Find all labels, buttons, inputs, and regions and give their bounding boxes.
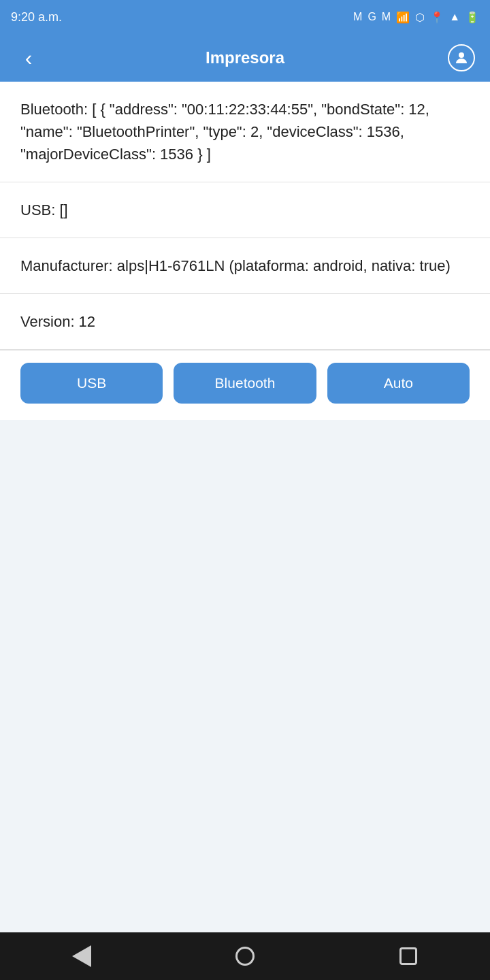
- bluetooth-action-button[interactable]: Bluetooth: [174, 363, 316, 404]
- manufacturer-info-row: Manufacturer: alps|H1-6761LN (plataforma…: [0, 238, 490, 294]
- status-time: 9:20 a.m.: [11, 10, 62, 24]
- usb-info-row: USB: []: [0, 182, 490, 238]
- version-info-row: Version: 12: [0, 294, 490, 350]
- auto-action-button[interactable]: Auto: [327, 363, 470, 404]
- back-button[interactable]: ‹: [14, 43, 44, 73]
- page-title: Impresora: [44, 48, 446, 67]
- status-icons: M G M 📶 ⬡ 📍 ▲ 🔋: [353, 11, 479, 24]
- version-info-text: Version: 12: [20, 313, 95, 330]
- nav-back-icon: [72, 945, 91, 967]
- nav-recent-icon: [399, 947, 417, 965]
- content-area: Bluetooth: [ { "address": "00:11:22:33:4…: [0, 82, 490, 420]
- profile-button[interactable]: [446, 43, 476, 73]
- bluetooth-info-text: Bluetooth: [ { "address": "00:11:22:33:4…: [20, 101, 429, 163]
- wifi-icon: ▲: [449, 11, 460, 23]
- usb-info-text: USB: []: [20, 201, 68, 218]
- nav-recent-button[interactable]: [388, 936, 429, 977]
- gray-background: [0, 420, 490, 821]
- bluetooth-info-row: Bluetooth: [ { "address": "00:11:22:33:4…: [0, 82, 490, 182]
- bluetooth-status-icon: ⬡: [415, 11, 425, 24]
- mail-icon: M: [353, 11, 362, 23]
- battery-icon: 🔋: [466, 11, 479, 24]
- back-arrow-icon: ‹: [25, 46, 33, 71]
- app-bar: ‹ Impresora: [0, 34, 490, 82]
- usb-action-button[interactable]: USB: [20, 363, 163, 404]
- action-buttons-row: USB Bluetooth Auto: [0, 350, 490, 420]
- signal-icon: 📶: [396, 11, 410, 24]
- svg-point-0: [459, 52, 464, 58]
- profile-icon: [448, 44, 475, 71]
- status-bar: 9:20 a.m. M G M 📶 ⬡ 📍 ▲ 🔋: [0, 0, 490, 34]
- bottom-navigation: [0, 932, 490, 980]
- google-icon: G: [368, 11, 376, 23]
- location-icon: 📍: [430, 11, 444, 24]
- manufacturer-info-text: Manufacturer: alps|H1-6761LN (plataforma…: [20, 257, 451, 274]
- gmail-icon: M: [382, 11, 391, 23]
- nav-home-button[interactable]: [225, 936, 265, 977]
- nav-home-icon: [235, 947, 255, 966]
- nav-back-button[interactable]: [61, 936, 102, 977]
